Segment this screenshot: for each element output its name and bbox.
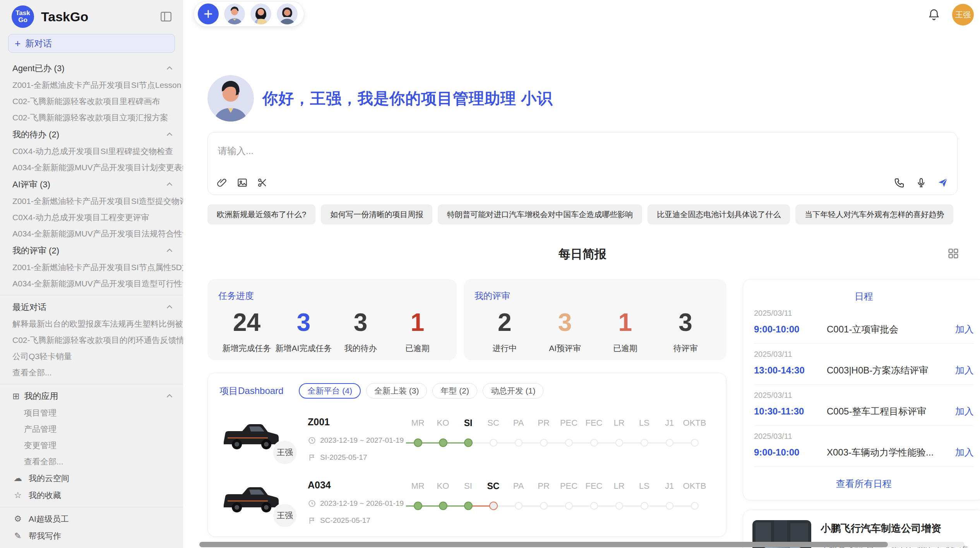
app-link-item[interactable]: 项目管理: [0, 405, 183, 421]
suggestion-chip[interactable]: 比亚迪全固态电池计划具体说了什么: [648, 204, 790, 224]
suggestion-chip[interactable]: 欧洲新规最近颁布了什么?: [207, 204, 315, 224]
join-meeting-link[interactable]: 加入: [955, 446, 974, 459]
dashboard-filter-tab[interactable]: 全新上装 (3): [366, 383, 427, 399]
milestone-cell: LS: [632, 481, 657, 516]
milestone-label: OKTB: [683, 481, 706, 494]
sidebar-section-ai-review[interactable]: AI评审 (3): [0, 176, 183, 193]
sidebar-section-agent-done[interactable]: Agent已办 (3): [0, 60, 183, 77]
dashboard-filter-tab[interactable]: 年型 (2): [432, 383, 477, 399]
chevron-up-icon: [164, 180, 175, 190]
recent-conversation-item[interactable]: C02-飞腾新能源轻客改款项目的闭环通告反馈情况: [0, 332, 183, 348]
sidebar-tool-icon: ⚙: [12, 514, 23, 524]
milestone-cell: FEC: [581, 418, 607, 453]
voice-call-icon[interactable]: [894, 177, 905, 188]
avatar[interactable]: [250, 3, 271, 24]
dashboard-filter-tab[interactable]: 全新平台 (4): [299, 383, 361, 399]
user-avatar[interactable]: 王强: [952, 4, 974, 26]
chevron-up-icon: [164, 63, 175, 74]
milestone-label: J1: [665, 481, 674, 494]
project-name: Z001: [308, 416, 405, 428]
sidebar-review-item[interactable]: C0X4-动力总成开发项目工程变更评审: [0, 209, 183, 226]
app-title: TaskGo: [41, 9, 159, 24]
daily-briefing-header: 每日简报: [207, 246, 958, 264]
app-link-item[interactable]: 查看全部...: [0, 454, 183, 470]
recent-conversation-list: 解释最新出台的欧盟报废车法规再生塑料比例被调至15%...C02-飞腾新能源轻客…: [0, 316, 183, 381]
image-upload-icon[interactable]: [236, 177, 248, 188]
add-member-button[interactable]: [198, 3, 219, 24]
sidebar-link-item[interactable]: ☁ 我的云空间: [0, 470, 183, 487]
sidebar-section-recent[interactable]: 最近对话: [0, 298, 183, 316]
milestone-dot: [439, 502, 447, 510]
horizontal-scrollbar[interactable]: [199, 542, 965, 547]
sidebar-review-item[interactable]: Z001-全新燃油轻卡产品开发项目SI造型提交物评审: [0, 193, 183, 209]
avatar[interactable]: [277, 3, 298, 24]
sidebar-section-my-review[interactable]: 我的评审 (2): [0, 242, 183, 259]
sidebar-conversation-item[interactable]: C02-飞腾新能源轻客改款项目立项汇报方案: [0, 110, 183, 126]
sidebar-tool-item[interactable]: ✎ 帮我写作: [0, 527, 183, 545]
chat-input-card[interactable]: 请输入...: [207, 132, 958, 195]
milestone-label: MR: [411, 481, 424, 494]
milestone-label: SI: [464, 418, 473, 431]
sidebar-review-item[interactable]: A034-全新新能源MUV产品开发项目法规符合性评审: [0, 226, 183, 242]
new-chat-button[interactable]: + 新对话: [8, 34, 175, 53]
sidebar-link-item[interactable]: ☆ 我的收藏: [0, 487, 183, 504]
sidebar-conversation-item[interactable]: Z001-全新燃油皮卡产品开发项目SI节点Lesson Learn报告: [0, 77, 183, 93]
sidebar-collapse-icon[interactable]: [159, 10, 173, 24]
milestone-dot: [666, 439, 673, 447]
my-todo-list: C0X4-动力总成开发项目SI里程碑提交物检查A034-全新新能源MUV产品开发…: [0, 143, 183, 176]
sidebar-tool-item[interactable]: ⚙ AI超级员工: [0, 510, 183, 527]
join-meeting-link[interactable]: 加入: [955, 364, 974, 377]
plus-icon: +: [15, 38, 21, 48]
suggestion-chip[interactable]: 当下年轻人对汽车外观有怎样的喜好趋势: [795, 204, 953, 224]
stat-cell: 1 已逾期: [595, 309, 656, 354]
project-dates: 2023-12-19 ~ 2026-01-19: [308, 499, 405, 508]
scrollbar-thumb[interactable]: [199, 542, 888, 547]
sidebar-section-my-todo[interactable]: 我的待办 (2): [0, 126, 183, 143]
recent-conversation-item[interactable]: 查看全部...: [0, 365, 183, 381]
join-meeting-link[interactable]: 加入: [955, 405, 974, 418]
milestone-label: PEC: [560, 481, 577, 494]
my-apps-list: 项目管理产品管理变更管理查看全部...: [0, 405, 183, 470]
schedule-item: 2025/03/11 13:00-14:30 C003|H0B-方案冻结评审 加…: [754, 344, 974, 385]
suggestion-chip[interactable]: 特朗普可能对进口汽车增税会对中国车企造成哪些影响: [438, 204, 642, 224]
app-link-item[interactable]: 产品管理: [0, 421, 183, 437]
send-icon[interactable]: [937, 177, 949, 188]
schedule-time: 9:00-10:00: [754, 324, 827, 335]
project-name: A034: [308, 480, 405, 491]
milestone-cell: KO: [430, 481, 456, 516]
milestone-label: LR: [613, 418, 624, 431]
sidebar-section-my-apps[interactable]: ⊞ 我的应用: [0, 387, 183, 405]
project-dates: 2023-12-19 ~ 2027-01-19: [308, 436, 405, 445]
sidebar-review-item[interactable]: A034-全新新能源MUV产品开发项目造型可行性评审: [0, 276, 183, 292]
milestone-dot: [439, 438, 447, 447]
my-review-card: 我的评审 2 进行中 3: [464, 279, 726, 360]
sidebar-tool-icon: ✎: [12, 531, 23, 541]
briefing-layout-icon[interactable]: [947, 247, 960, 260]
input-tools-left: [216, 177, 268, 188]
attachment-icon[interactable]: [216, 177, 228, 188]
sidebar-todo-item[interactable]: C0X4-动力总成开发项目SI里程碑提交物检查: [0, 143, 183, 159]
join-meeting-link[interactable]: 加入: [955, 323, 974, 336]
view-all-schedule-link[interactable]: 查看所有日程: [754, 478, 974, 490]
quick-actions-pill: [194, 1, 304, 27]
recent-conversation-item[interactable]: 公司Q3轻卡销量: [0, 348, 183, 365]
milestone-cell: SC: [481, 481, 506, 516]
stat-label: AI预评审: [535, 343, 595, 354]
sidebar-conversation-item[interactable]: C02-飞腾新能源轻客改款项目里程碑画布: [0, 93, 183, 110]
sidebar-tool-item[interactable]: ✑ 创意制图: [0, 545, 183, 548]
app-link-item[interactable]: 变更管理: [0, 437, 183, 454]
project-row[interactable]: 王强 A034 2023-12-19 ~ 2026-01-19: [219, 478, 714, 525]
avatar[interactable]: [224, 3, 245, 24]
suggestion-chip[interactable]: 如何写一份清晰的项目周报: [321, 204, 432, 224]
app-logo: Task Go: [12, 5, 34, 28]
dashboard-header: 项目Dashboard 全新平台 (4)全新上装 (3)年型 (2)动总开发 (…: [219, 383, 714, 399]
project-row[interactable]: 王强 Z001 2023-12-19 ~ 2027-01-19: [219, 415, 714, 462]
sidebar-todo-item[interactable]: A034-全新新能源MUV产品开发项目计划变更表编写: [0, 159, 183, 176]
microphone-icon[interactable]: [915, 177, 927, 188]
recent-conversation-item[interactable]: 解释最新出台的欧盟报废车法规再生塑料比例被调至15%...: [0, 316, 183, 332]
notification-bell-icon[interactable]: [927, 8, 941, 21]
dashboard-filter-tab[interactable]: 动总开发 (1): [483, 383, 544, 399]
screenshot-scissors-icon[interactable]: [257, 177, 268, 188]
stat-label: 待评审: [655, 343, 716, 354]
sidebar-review-item[interactable]: Z001-全新燃油轻卡产品开发项目SI节点属性5D文件评审: [0, 259, 183, 276]
